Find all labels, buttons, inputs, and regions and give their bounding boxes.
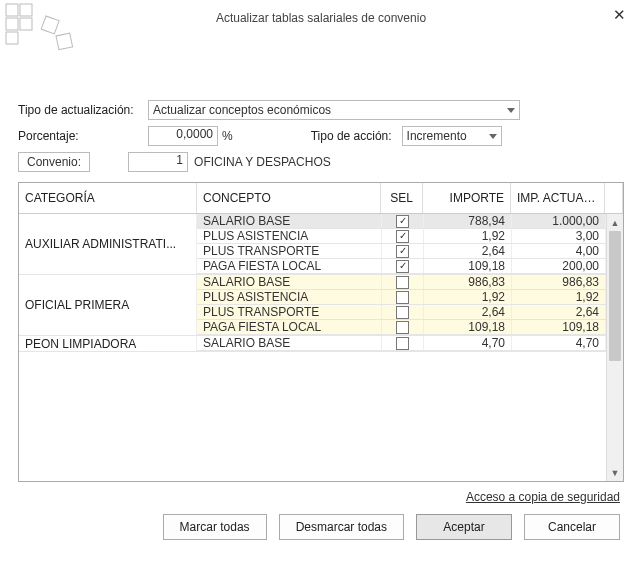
row-checkbox[interactable]: ✓	[396, 215, 409, 228]
col-categoria[interactable]: CATEGORÍA	[19, 183, 197, 213]
desmarcar-todas-button[interactable]: Desmarcar todas	[279, 514, 404, 540]
importe-cell: 109,18	[424, 259, 512, 273]
table-row[interactable]: PAGA FIESTA LOCAL109,18109,18	[197, 320, 606, 335]
col-importe[interactable]: IMPORTE	[423, 183, 511, 213]
titlebar: Actualizar tablas salariales de convenio…	[0, 0, 642, 30]
importe-cell: 109,18	[424, 320, 512, 334]
imp-actualizado-cell: 2,64	[512, 305, 606, 319]
svg-rect-3	[20, 18, 32, 30]
col-concepto[interactable]: CONCEPTO	[197, 183, 381, 213]
close-icon[interactable]: ✕	[607, 6, 632, 24]
convenio-button[interactable]: Convenio:	[18, 152, 90, 172]
scroll-track[interactable]	[607, 231, 623, 464]
row-checkbox[interactable]	[396, 276, 409, 289]
scroll-up-icon[interactable]: ▲	[607, 214, 623, 231]
importe-cell: 4,70	[424, 336, 512, 350]
concepto-cell: SALARIO BASE	[197, 275, 382, 289]
concepto-cell: PAGA FIESTA LOCAL	[197, 320, 382, 334]
backup-link[interactable]: Acceso a copia de seguridad	[18, 490, 620, 504]
svg-rect-4	[6, 32, 18, 44]
convenio-num-input[interactable]: 1	[128, 152, 188, 172]
porcentaje-unit: %	[222, 129, 233, 143]
sel-cell: ✓	[382, 229, 424, 243]
table-row[interactable]: PLUS TRANSPORTE2,642,64	[197, 305, 606, 320]
convenio-name: OFICINA Y DESPACHOS	[194, 155, 331, 169]
imp-actualizado-cell: 4,00	[512, 244, 606, 258]
svg-rect-0	[6, 4, 18, 16]
category-cell[interactable]: PEON LIMPIADORA	[19, 336, 197, 351]
aceptar-button[interactable]: Aceptar	[416, 514, 512, 540]
scroll-thumb[interactable]	[609, 231, 621, 361]
row-checkbox[interactable]	[396, 337, 409, 350]
row-checkbox[interactable]: ✓	[396, 230, 409, 243]
table-row[interactable]: SALARIO BASE986,83986,83	[197, 275, 606, 290]
vertical-scrollbar[interactable]: ▲ ▼	[606, 214, 623, 481]
imp-actualizado-cell: 1,92	[512, 290, 606, 304]
sel-cell: ✓	[382, 214, 424, 228]
row-checkbox[interactable]	[396, 306, 409, 319]
tipo-accion-label: Tipo de acción:	[311, 129, 392, 143]
table-row[interactable]: PLUS ASISTENCIA✓1,923,00	[197, 229, 606, 244]
table-row[interactable]: SALARIO BASE4,704,70	[197, 336, 606, 351]
imp-actualizado-cell: 986,83	[512, 275, 606, 289]
chevron-down-icon	[507, 108, 515, 113]
imp-actualizado-cell: 200,00	[512, 259, 606, 273]
table-row[interactable]: PLUS ASISTENCIA1,921,92	[197, 290, 606, 305]
sel-cell	[382, 290, 424, 304]
chevron-down-icon	[489, 134, 497, 139]
table-row[interactable]: SALARIO BASE✓788,941.000,00	[197, 214, 606, 229]
table-row[interactable]: PAGA FIESTA LOCAL✓109,18200,00	[197, 259, 606, 274]
concepto-cell: SALARIO BASE	[197, 214, 382, 228]
imp-actualizado-cell: 109,18	[512, 320, 606, 334]
sel-cell	[382, 275, 424, 289]
importe-cell: 986,83	[424, 275, 512, 289]
row-checkbox[interactable]: ✓	[396, 260, 409, 273]
concepto-cell: PLUS ASISTENCIA	[197, 290, 382, 304]
tipo-accion-select[interactable]: Incremento	[402, 126, 502, 146]
svg-rect-5	[41, 16, 59, 34]
salary-table: CATEGORÍA CONCEPTO SEL IMPORTE IMP. ACTU…	[18, 182, 624, 482]
col-scroll-spacer	[605, 183, 623, 213]
app-logo-icon	[4, 2, 94, 57]
imp-actualizado-cell: 3,00	[512, 229, 606, 243]
sel-cell	[382, 336, 424, 350]
tipo-actualizacion-label: Tipo de actualización:	[18, 103, 148, 117]
porcentaje-label: Porcentaje:	[18, 129, 148, 143]
concepto-cell: PLUS ASISTENCIA	[197, 229, 382, 243]
category-cell[interactable]: OFICIAL PRIMERA	[19, 275, 197, 335]
sel-cell: ✓	[382, 244, 424, 258]
scroll-down-icon[interactable]: ▼	[607, 464, 623, 481]
sel-cell: ✓	[382, 259, 424, 273]
marcar-todas-button[interactable]: Marcar todas	[163, 514, 267, 540]
row-checkbox[interactable]	[396, 321, 409, 334]
window-title: Actualizar tablas salariales de convenio	[216, 11, 426, 25]
category-cell[interactable]: AUXILIAR ADMINISTRATI...	[19, 214, 197, 274]
svg-rect-1	[20, 4, 32, 16]
imp-actualizado-cell: 1.000,00	[512, 214, 606, 228]
importe-cell: 1,92	[424, 290, 512, 304]
concepto-cell: SALARIO BASE	[197, 336, 382, 350]
table-body: AUXILIAR ADMINISTRATI...SALARIO BASE✓788…	[19, 214, 606, 481]
row-checkbox[interactable]: ✓	[396, 245, 409, 258]
importe-cell: 1,92	[424, 229, 512, 243]
concepto-cell: PAGA FIESTA LOCAL	[197, 259, 382, 273]
row-checkbox[interactable]	[396, 291, 409, 304]
svg-rect-6	[56, 33, 73, 50]
table-header: CATEGORÍA CONCEPTO SEL IMPORTE IMP. ACTU…	[19, 183, 623, 214]
col-imp-actualizado[interactable]: IMP. ACTUALI...	[511, 183, 605, 213]
cancelar-button[interactable]: Cancelar	[524, 514, 620, 540]
porcentaje-input[interactable]: 0,0000	[148, 126, 218, 146]
sel-cell	[382, 320, 424, 334]
tipo-actualizacion-select[interactable]: Actualizar conceptos económicos	[148, 100, 520, 120]
importe-cell: 788,94	[424, 214, 512, 228]
importe-cell: 2,64	[424, 305, 512, 319]
imp-actualizado-cell: 4,70	[512, 336, 606, 350]
svg-rect-2	[6, 18, 18, 30]
sel-cell	[382, 305, 424, 319]
col-sel[interactable]: SEL	[381, 183, 423, 213]
importe-cell: 2,64	[424, 244, 512, 258]
table-row[interactable]: PLUS TRANSPORTE✓2,644,00	[197, 244, 606, 259]
tipo-actualizacion-value: Actualizar conceptos económicos	[153, 103, 331, 117]
concepto-cell: PLUS TRANSPORTE	[197, 305, 382, 319]
tipo-accion-value: Incremento	[407, 129, 467, 143]
